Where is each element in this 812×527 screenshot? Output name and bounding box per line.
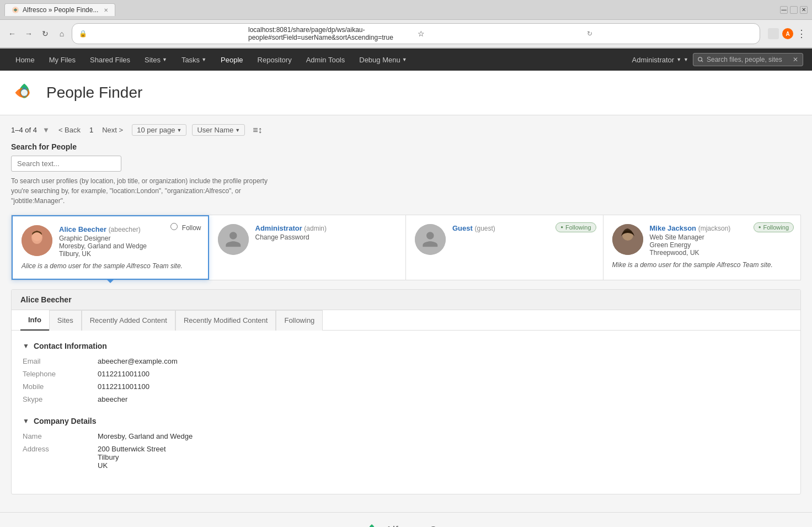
reload-button[interactable]: ↻ [39,27,52,40]
pagination-back-button[interactable]: < Back [55,125,84,135]
tab-close-button[interactable]: ✕ [104,7,108,13]
person-card-alice[interactable]: Alice Beecher (abeecher) Graphic Designe… [12,215,209,280]
top-nav: Home My Files Shared Files Sites ▼ Tasks… [0,49,812,71]
nav-admin-tools[interactable]: Admin Tools [300,49,352,71]
main-content: 1–4 of 4 ▼ < Back 1 Next > 10 per page U… [0,115,812,512]
browser-chrome: Alfresco » People Finde... ✕ ─ ✕ ← → ↻ ⌂… [0,0,812,49]
profile-content: ▼ Contact Information Email abeecher@exa… [12,331,800,494]
alice-avatar-image [22,225,52,256]
tab-following[interactable]: Following [276,310,323,331]
nav-my-files[interactable]: My Files [42,49,82,71]
tab-title: Alfresco » People Finde... [23,6,98,14]
alice-avatar [22,225,52,256]
guest-avatar [415,224,446,255]
company-section-title: Company Details [34,417,97,425]
nav-debug-menu[interactable]: Debug Menu ▼ [352,49,413,71]
tab-info[interactable]: Info [20,310,49,331]
contact-section-header[interactable]: ▼ Contact Information [23,342,789,350]
menu-icon[interactable]: ⋮ [797,28,806,40]
mike-avatar-image [612,224,643,255]
global-search-input[interactable] [707,56,789,63]
contact-section-title: Contact Information [34,342,107,350]
sort-dropdown[interactable]: User Name [192,124,245,136]
nav-repository[interactable]: Repository [251,49,298,71]
contact-toggle-icon: ▼ [23,342,29,350]
sites-dropdown-icon: ▼ [162,57,167,62]
footer-alfresco-text: Alfresco [385,524,425,528]
back-button[interactable]: ← [6,27,19,40]
company-section-header[interactable]: ▼ Company Details [23,417,789,425]
skype-label: Skype [23,395,89,403]
profile-tabs: Info Sites Recently Added Content Recent… [12,310,800,331]
people-search-input[interactable] [11,156,121,172]
nav-tasks[interactable]: Tasks ▼ [175,49,213,71]
browser-controls: ← → ↻ ⌂ 🔒 localhost:8081/share/page/dp/w… [0,20,812,48]
admin-avatar-placeholder [218,224,249,255]
tab-recently-modified[interactable]: Recently Modified Content [175,310,276,331]
tab-sites[interactable]: Sites [49,310,82,331]
address-bar[interactable]: 🔒 localhost:8081/share/page/dp/ws/aikau-… [72,23,760,44]
nav-sites[interactable]: Sites ▼ [138,49,174,71]
browser-tab[interactable]: Alfresco » People Finde... ✕ [4,3,115,16]
alice-follow-button[interactable]: Follow [170,223,201,232]
page-title: People Finder [46,84,142,102]
window-close-button[interactable]: ✕ [800,6,808,14]
sort-options-icon[interactable]: ≡↕ [253,125,262,135]
global-search-box[interactable]: ✕ [693,53,803,66]
mobile-value: 0112211001100 [98,382,789,391]
nav-links: Home My Files Shared Files Sites ▼ Tasks… [9,49,414,71]
alice-follow-radio[interactable] [170,223,178,230]
pagination-dropdown-icon[interactable]: ▼ [42,126,50,134]
admin-info: Administrator (admin) Change Password [255,224,397,241]
home-button[interactable]: ⌂ [55,27,68,40]
footer-logo: Alfresco One [9,521,803,527]
nav-home[interactable]: Home [9,49,41,71]
company-info-grid: Name Moresby, Garland and Wedge Address … [23,432,789,470]
reload-icon[interactable]: ↻ [587,30,753,38]
window-maximize-button[interactable] [790,6,798,14]
nav-right: Administrator ▼ ✕ [632,53,803,66]
forward-button[interactable]: → [22,27,35,40]
company-name-label: Name [23,432,89,440]
admin-name[interactable]: Administrator (admin) [255,224,397,232]
alice-company: Moresby, Garland and Wedge [59,242,199,250]
alfresco-logo [11,79,38,106]
person-card-guest[interactable]: Guest (guest) Following [406,215,603,280]
svg-point-2 [698,57,702,61]
tab-recently-added[interactable]: Recently Added Content [82,310,175,331]
person-card-mike[interactable]: Mike Jackson (mjackson) Web Site Manager… [603,215,801,280]
profile-panel: Alice Beecher Info Sites Recently Added … [11,289,801,494]
page-header: People Finder [0,71,812,115]
telephone-value: 0112211001100 [98,370,789,378]
pagination-next-button[interactable]: Next > [99,125,126,135]
guest-following-badge: Following [555,222,596,232]
search-clear-icon[interactable]: ✕ [793,56,798,63]
person-card-admin[interactable]: Administrator (admin) Change Password [209,215,407,280]
admin-avatar [218,224,249,255]
extension-icon-1 [768,28,779,39]
mike-company: Green Energy [650,241,792,249]
search-icon [698,56,703,63]
pagination-page: 1 [89,126,93,134]
address-label: Address [23,445,89,470]
debug-dropdown-icon: ▼ [402,57,407,62]
contact-section: ▼ Contact Information Email abeecher@exa… [23,342,789,403]
extension-icon-2: A [782,28,793,39]
nav-people[interactable]: People [214,49,249,71]
bookmark-icon[interactable]: ☆ [418,29,584,38]
user-menu[interactable]: Administrator ▼ [632,56,688,64]
nav-shared-files[interactable]: Shared Files [83,49,137,71]
admin-change-password[interactable]: Change Password [255,233,397,241]
email-label: Email [23,357,89,365]
per-page-dropdown[interactable]: 10 per page [132,124,186,136]
tab-favicon-icon [12,6,19,14]
telephone-label: Telephone [23,370,89,378]
alice-location: Tilbury, UK [59,250,199,258]
alice-bio: Alice is a demo user for the sample Alfr… [22,262,199,270]
guest-avatar-placeholder [415,224,446,255]
search-section: Search for People To search user profile… [11,142,801,206]
window-minimize-button[interactable]: ─ [780,6,788,14]
svg-point-1 [14,9,17,11]
profile-panel-header: Alice Beecher [12,290,800,310]
admin-avatar-icon [224,230,243,249]
